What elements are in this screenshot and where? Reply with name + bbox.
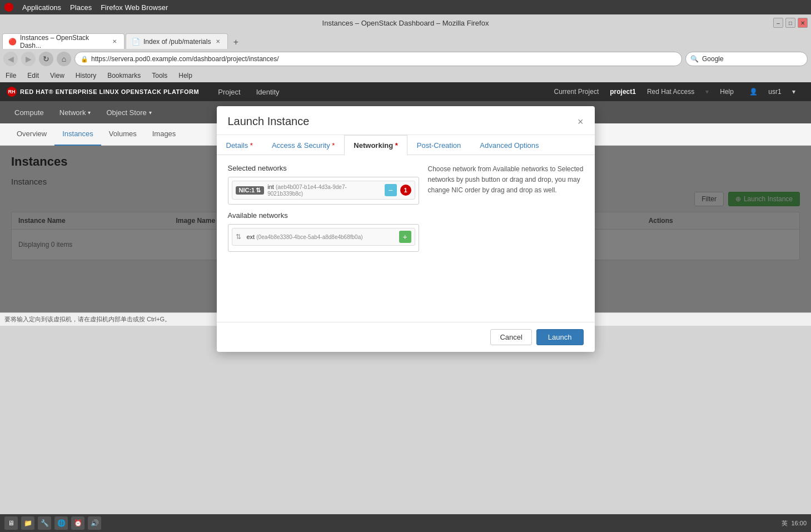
window-controls[interactable]: – □ ✕	[773, 18, 808, 28]
page-nav-overview[interactable]: Overview	[9, 123, 54, 146]
tab-networking[interactable]: Networking *	[344, 135, 407, 155]
tab-access-security[interactable]: Access & Security *	[262, 135, 344, 155]
modal-left-panel: Selected networks NIC:1 ⇅ int (aeb4b007-…	[228, 164, 419, 313]
taskbar-time: 16:00	[791, 520, 807, 526]
places-menu[interactable]: Places	[70, 3, 92, 12]
network-dropdown-icon: ▾	[88, 110, 91, 116]
reload-button[interactable]: ↻	[39, 52, 53, 66]
taskbar-icon-5[interactable]: ⏰	[71, 516, 84, 530]
subnav-object-store-label: Object Store	[106, 108, 146, 117]
status-text: 要将输入定向到该虚拟机，请在虚拟机内部单击或按 Ctrl+G。	[4, 315, 171, 324]
menu-edit[interactable]: Edit	[25, 71, 41, 81]
new-tab-button[interactable]: +	[229, 36, 242, 49]
available-networks-box[interactable]: ⇅ ext (0ea4b8e3380-4bce-5ab4-a8d8e4b68fb…	[228, 224, 419, 252]
nic-badge: NIC:1 ⇅	[236, 186, 265, 195]
subnav-network[interactable]: Network ▾	[52, 101, 99, 123]
openstack-nav: RH RED HAT® ENTERPRISE LINUX OPENSTACK P…	[0, 82, 811, 101]
back-button[interactable]: ◀	[3, 52, 18, 66]
brand-text: RED HAT® ENTERPRISE LINUX OPENSTACK PLAT…	[20, 88, 199, 95]
tab-close-button2[interactable]: ✕	[214, 38, 222, 46]
tab-instances[interactable]: 🔴 Instances – OpenStack Dash... ✕	[2, 33, 125, 49]
url-text: https://servera.pod0.example.com/dashboa…	[91, 55, 279, 63]
applications-menu[interactable]: Applications	[22, 3, 61, 12]
subnav-compute[interactable]: Compute	[7, 101, 52, 123]
menu-file[interactable]: File	[3, 71, 18, 81]
launch-instance-modal: Launch Instance × Details * Access & Sec…	[217, 106, 595, 352]
main-content: Instances Instances Filter ⊕ Launch Inst…	[0, 146, 811, 312]
modal-header: Launch Instance ×	[217, 106, 595, 135]
nav-project[interactable]: Project	[210, 82, 248, 101]
help-link[interactable]: Help	[715, 88, 738, 96]
modal-tabs: Details * Access & Security * Networking…	[217, 135, 595, 155]
available-networks-title: Available networks	[228, 211, 419, 220]
tab-close-button[interactable]: ✕	[111, 38, 118, 46]
tab-bar: 🔴 Instances – OpenStack Dash... ✕ 📄 Inde…	[0, 31, 811, 49]
selected-network-name: int (aeb4b007-b1e4-4d3a-9de7-9021b339b8c…	[267, 183, 381, 197]
taskbar-icon-4[interactable]: 🌐	[54, 516, 68, 530]
tab-advanced-options[interactable]: Advanced Options	[470, 135, 548, 155]
home-button[interactable]: ⌂	[57, 52, 71, 66]
modal-footer: Cancel Launch	[217, 322, 595, 352]
available-network-id: (0ea4b8e3380-4bce-5ab4-a8d8e4b68fb0a)	[256, 234, 362, 240]
current-project-label: Current Project	[550, 88, 604, 96]
page-nav-instances[interactable]: Instances	[54, 123, 101, 146]
nic-number-badge: 1	[400, 185, 411, 196]
networking-help-text: Choose network from Available networks t…	[428, 164, 584, 196]
nav-identity[interactable]: Identity	[248, 82, 287, 101]
page-nav-images[interactable]: Images	[145, 123, 184, 146]
redhat-logo: RH	[7, 87, 17, 97]
launch-button[interactable]: Launch	[536, 329, 584, 345]
nav-right: Current Project project1 Red Hat Access …	[550, 88, 804, 96]
object-store-dropdown-icon: ▾	[149, 110, 152, 116]
add-network-button[interactable]: +	[399, 231, 411, 243]
selected-network-item[interactable]: NIC:1 ⇅ int (aeb4b007-b1e4-4d3a-9de7-902…	[232, 181, 415, 200]
tab-post-creation[interactable]: Post-Creation	[407, 135, 470, 155]
tab-favicon: 🔴	[8, 38, 17, 46]
minimize-button[interactable]: –	[773, 18, 783, 28]
tab-details[interactable]: Details *	[217, 135, 262, 155]
url-bar[interactable]: 🔒 https://servera.pod0.example.com/dashb…	[74, 52, 682, 66]
remove-network-button[interactable]: −	[385, 184, 397, 196]
os-topbar: Applications Places Firefox Web Browser	[0, 0, 811, 14]
menu-help[interactable]: Help	[176, 71, 195, 81]
available-network-name: ext (0ea4b8e3380-4bce-5ab4-a8d8e4b68fb0a…	[247, 233, 396, 240]
modal-body: Selected networks NIC:1 ⇅ int (aeb4b007-…	[217, 155, 595, 322]
taskbar-sys-icons: 英 16:00	[782, 519, 807, 528]
menu-bookmarks[interactable]: Bookmarks	[105, 71, 143, 81]
sort-icon: ⇅	[256, 187, 261, 194]
modal-right-panel: Choose network from Available networks t…	[428, 164, 584, 313]
tab-favicon2: 📄	[132, 38, 140, 46]
selected-networks-box[interactable]: NIC:1 ⇅ int (aeb4b007-b1e4-4d3a-9de7-902…	[228, 177, 419, 205]
address-bar: ◀ ▶ ↻ ⌂ 🔒 https://servera.pod0.example.c…	[0, 49, 811, 69]
red-hat-access-link[interactable]: Red Hat Access	[643, 88, 699, 96]
maximize-button[interactable]: □	[785, 18, 795, 28]
close-button[interactable]: ✕	[798, 18, 808, 28]
tab-index[interactable]: 📄 Index of /pub/materials ✕	[126, 33, 228, 49]
modal-close-button[interactable]: ×	[578, 117, 584, 127]
taskbar-icon-1[interactable]: 🖥	[4, 516, 18, 530]
search-placeholder: Google	[702, 55, 724, 63]
taskbar-icon-6[interactable]: 🔊	[88, 516, 101, 530]
tab-label2: Index of /pub/materials	[143, 38, 211, 46]
subnav-object-store[interactable]: Object Store ▾	[98, 101, 159, 123]
cancel-button[interactable]: Cancel	[490, 329, 531, 345]
current-project-value[interactable]: project1	[605, 88, 640, 96]
menu-tools[interactable]: Tools	[150, 71, 170, 81]
subnav-compute-label: Compute	[14, 108, 44, 117]
browser-name: Firefox Web Browser	[101, 3, 168, 12]
taskbar-icon-2[interactable]: 📁	[21, 516, 34, 530]
taskbar-icon-3[interactable]: 🔧	[38, 516, 51, 530]
menu-view[interactable]: View	[48, 71, 67, 81]
search-bar[interactable]: 🔍 Google	[685, 52, 808, 66]
user-menu[interactable]: 👤 usr1 ▾	[740, 88, 804, 96]
page-nav-volumes[interactable]: Volumes	[101, 123, 145, 146]
firefox-titlebar: Instances – OpenStack Dashboard – Mozill…	[0, 14, 811, 31]
forward-button[interactable]: ▶	[21, 52, 36, 66]
modal-overlay: Launch Instance × Details * Access & Sec…	[0, 146, 811, 312]
available-sort-icon: ⇅	[236, 233, 241, 241]
taskbar: 🖥 📁 🔧 🌐 ⏰ 🔊 英 16:00	[0, 514, 811, 532]
window-title: Instances – OpenStack Dashboard – Mozill…	[322, 19, 489, 27]
menu-history[interactable]: History	[73, 71, 98, 81]
available-network-item[interactable]: ⇅ ext (0ea4b8e3380-4bce-5ab4-a8d8e4b68fb…	[232, 228, 415, 246]
user-dropdown-icon: ▾	[788, 88, 800, 96]
